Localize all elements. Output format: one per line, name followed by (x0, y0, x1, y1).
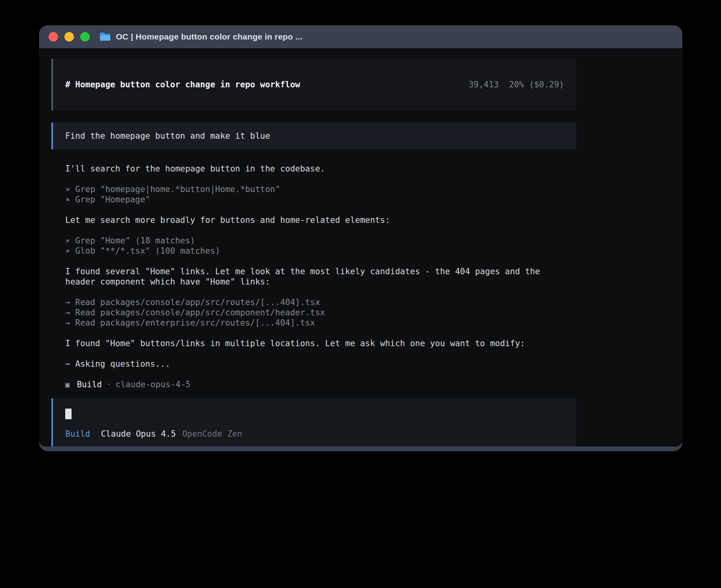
content-column: # Homepage button color change in repo w… (51, 48, 576, 447)
session-title: # Homepage button color change in repo w… (65, 79, 300, 90)
terminal-window: OC | Homepage button color change in rep… (39, 25, 682, 451)
window-title: OC | Homepage button color change in rep… (116, 32, 302, 41)
tool-call-read: → Read packages/console/app/src/routes/[… (65, 297, 564, 307)
terminal-content: # Homepage button color change in repo w… (39, 48, 682, 447)
tool-call-glob: ∗ Glob "**/*.tsx" (100 matches) (65, 246, 564, 256)
input-status-bar: Build Claude Opus 4.5 OpenCode Zen (65, 429, 564, 439)
session-header: # Homepage button color change in repo w… (51, 58, 576, 111)
agent-status-line: ▣ Build · claude-opus-4-5 (65, 379, 564, 390)
context-percent: 20% (509, 80, 524, 89)
tool-call-read: → Read packages/enterprise/src/routes/[.… (65, 318, 564, 328)
window-titlebar: OC | Homepage button color change in rep… (39, 25, 682, 48)
tool-call-group: ∗ Grep "Home" (18 matches) ∗ Glob "**/*.… (65, 236, 564, 256)
separator-dot: · (106, 379, 111, 390)
assistant-transcript: I'll search for the homepage button in t… (51, 164, 576, 390)
tool-call-group: ∗ Grep "homepage|home.*button|Home.*butt… (65, 184, 564, 205)
tool-call-grep: ∗ Grep "Home" (18 matches) (65, 236, 564, 246)
agent-model: claude-opus-4-5 (115, 379, 191, 390)
assistant-text: Let me search more broadly for buttons a… (65, 215, 564, 225)
active-agent-label[interactable]: Build (65, 429, 90, 439)
text-cursor (65, 409, 72, 419)
agent-icon: ▣ (65, 379, 70, 390)
close-window-button[interactable] (49, 32, 58, 41)
user-message-text: Find the homepage button and make it blu… (65, 131, 270, 141)
assistant-text: I'll search for the homepage button in t… (65, 164, 564, 174)
tool-call-grep: ∗ Grep "Homepage" (65, 194, 564, 205)
session-cost: ($0.29) (529, 80, 564, 89)
session-stats: 39,41320%($0.29) (409, 69, 564, 100)
zoom-window-button[interactable] (80, 32, 90, 41)
desktop-background: OC | Homepage button color change in rep… (0, 0, 721, 588)
minimize-window-button[interactable] (64, 32, 74, 41)
window-controls (49, 32, 96, 41)
token-count: 39,413 (469, 80, 499, 89)
agent-name: Build (77, 379, 102, 390)
assistant-status-text: ~ Asking questions... (65, 359, 564, 369)
tool-call-read: → Read packages/console/app/src/componen… (65, 307, 564, 318)
tool-call-group: → Read packages/console/app/src/routes/[… (65, 297, 564, 328)
prompt-input[interactable]: Build Claude Opus 4.5 OpenCode Zen (51, 398, 576, 447)
provider-label: OpenCode Zen (182, 429, 242, 439)
active-model-label[interactable]: Claude Opus 4.5 (101, 429, 176, 439)
tool-call-grep: ∗ Grep "homepage|home.*button|Home.*butt… (65, 184, 564, 194)
user-message: Find the homepage button and make it blu… (51, 122, 576, 149)
assistant-text: I found "Home" buttons/links in multiple… (65, 338, 564, 349)
folder-icon (99, 32, 111, 41)
assistant-text: I found several "Home" links. Let me loo… (65, 266, 564, 287)
